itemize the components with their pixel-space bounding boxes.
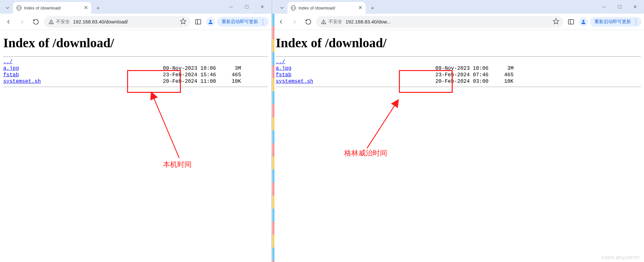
page-content: Index of /download/ ../ a.jpg 09-Nov-202… [272,30,644,91]
menu-kebab-icon[interactable]: ⋮ [633,19,639,25]
file-link[interactable]: systemset.sh [276,79,313,84]
svg-point-3 [210,20,212,22]
annotation-arrow [354,91,435,156]
security-chip[interactable]: 不安全 [48,19,70,25]
rule-bottom [3,87,268,87]
forward-button[interactable] [289,16,300,28]
url-text: 192.168.83.40/dow... [345,19,549,24]
watermark: CSDN @hy199707 [602,255,640,260]
side-panel-button[interactable] [565,16,577,28]
parent-dir-link[interactable]: ../ [276,59,285,65]
directory-listing: ../ a.jpg 09-Nov-2023 18:06 3M fstab 23-… [3,59,268,85]
address-bar[interactable]: 不安全 192.168.83.40/dow... [316,16,563,28]
close-window-button[interactable]: ✕ [255,2,270,12]
bookmark-star-icon[interactable] [180,18,186,25]
globe-icon [291,5,296,10]
tab-search-button[interactable] [2,2,13,14]
browser-window-left: Index of /download/ ✕ ＋ ─ ☐ ✕ [0,0,272,262]
tab-title: Index of /download/ [24,6,81,10]
reload-button[interactable] [30,16,42,28]
rule-bottom [276,87,641,87]
tab-title: Index of /download/ [299,6,356,10]
close-window-button[interactable]: ✕ [628,2,643,12]
svg-marker-7 [553,19,559,24]
toolbar: 不安全 192.168.83.40/dow... 重新启动即可更新 ⋮ [272,14,644,30]
browser-window-right: Index of /download/ ✕ ＋ ─ ☐ ✕ [272,0,644,262]
new-tab-button[interactable]: ＋ [93,3,103,13]
update-label: 重新启动即可更新 [594,19,631,25]
security-label: 不安全 [329,19,342,25]
update-banner[interactable]: 重新启动即可更新 ⋮ [217,17,269,27]
new-tab-button[interactable]: ＋ [368,3,377,13]
bookmark-star-icon[interactable] [553,18,559,25]
svg-point-1 [51,23,51,23]
active-tab[interactable]: Index of /download/ ✕ [13,2,91,14]
maximize-button[interactable]: ☐ [612,2,627,12]
svg-point-6 [323,23,324,23]
page-heading: Index of /download/ [3,35,268,51]
globe-icon [16,5,22,10]
parent-dir-link[interactable]: ../ [3,59,13,65]
back-button[interactable] [275,16,287,28]
toolbar: 不安全 192.168.83.40/download/ 重新启动即可更新 ⋮ [0,14,271,30]
window-controls: ─ ☐ ✕ [596,0,643,14]
close-tab-button[interactable]: ✕ [84,5,88,10]
side-panel-button[interactable] [192,16,204,28]
address-bar[interactable]: 不安全 192.168.83.40/download/ [44,16,190,28]
security-label: 不安全 [56,19,70,25]
page-heading: Index of /download/ [276,35,641,51]
annotation-arrow [127,91,186,163]
annotation-label: 本机时间 [163,160,192,169]
tab-search-button[interactable] [276,2,287,14]
rule-top [3,56,268,57]
annotation-label: 格林威治时间 [344,148,387,158]
file-link[interactable]: fstab [276,72,291,78]
update-label: 重新启动即可更新 [222,19,258,25]
svg-point-8 [582,20,584,22]
forward-button[interactable] [16,16,28,28]
update-banner[interactable]: 重新启动即可更新 ⋮ [590,17,641,27]
menu-kebab-icon[interactable]: ⋮ [260,19,266,25]
svg-line-4 [152,93,179,158]
security-chip[interactable]: 不安全 [321,19,342,25]
file-link[interactable]: a.jpg [3,66,19,71]
back-button[interactable] [3,16,14,28]
rule-top [276,56,641,57]
profile-avatar[interactable] [206,17,215,26]
file-link[interactable]: fstab [3,72,19,78]
url-text: 192.168.83.40/download/ [73,19,177,24]
page-content: Index of /download/ ../ a.jpg 09-Nov-202… [0,30,271,91]
tab-bar: Index of /download/ ✕ ＋ ─ ☐ ✕ [0,0,271,14]
active-tab[interactable]: Index of /download/ ✕ [287,2,366,14]
svg-line-9 [367,100,398,148]
close-tab-button[interactable]: ✕ [358,5,362,10]
maximize-button[interactable]: ☐ [239,2,254,12]
reload-button[interactable] [302,16,314,28]
file-link[interactable]: systemset.sh [3,79,41,84]
tab-bar: Index of /download/ ✕ ＋ ─ ☐ ✕ [272,0,644,14]
minimize-button[interactable]: ─ [596,2,611,12]
svg-marker-2 [181,19,186,24]
window-controls: ─ ☐ ✕ [224,0,270,14]
file-link[interactable]: a.jpg [276,66,291,71]
profile-avatar[interactable] [579,17,588,26]
directory-listing: ../ a.jpg 09-Nov-2023 10:06 3M fstab 23-… [276,59,641,85]
minimize-button[interactable]: ─ [224,2,239,12]
